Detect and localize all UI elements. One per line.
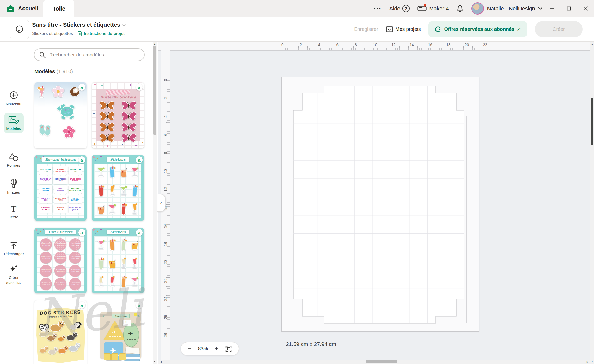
reward-sticker: MADE THE BED xyxy=(39,195,52,203)
template-title: Stickers xyxy=(107,157,129,162)
zoom-out-button[interactable]: − xyxy=(187,346,191,352)
project-instructions-link[interactable]: Instructions du projet xyxy=(77,31,125,36)
v-ruler-label: 10 xyxy=(163,167,168,176)
template-card[interactable]: Stickersa xyxy=(92,155,144,221)
templates-panel: Modèles (1,910) aButterfly StickersaRewa… xyxy=(27,42,158,364)
balloon-icon xyxy=(10,179,18,188)
h-ruler-label: 6 xyxy=(336,42,339,47)
luggage-tag-sticker xyxy=(125,347,140,354)
horizontal-scroll-thumb[interactable] xyxy=(366,360,397,363)
machine-selector[interactable]: Maker 4 xyxy=(417,5,449,12)
scroll-left-arrow[interactable]: ◀ xyxy=(159,361,163,363)
panel-scroll-thumb[interactable] xyxy=(153,46,156,135)
sidebar-item-text[interactable]: T Texte xyxy=(0,205,27,220)
search-input[interactable] xyxy=(49,52,139,58)
offers-label: Offres réservées aux abonnés xyxy=(444,26,514,32)
v-ruler-label: 18 xyxy=(163,240,168,248)
photo-sticker: ✈ xyxy=(122,320,131,326)
help-button[interactable]: Aide ? xyxy=(389,5,410,12)
app-window: { "tabs": {"home": "Accueil", "canvas": … xyxy=(0,0,594,364)
reward-grid: LEFT TO THE GYMBOUGHT GROCERIESWASHED TH… xyxy=(37,164,84,218)
save-button[interactable]: Enregistrer xyxy=(354,26,378,32)
reward-sticker: LEFT TO THE GYM xyxy=(39,166,52,175)
notifications-button[interactable] xyxy=(456,5,464,12)
template-card[interactable]: a xyxy=(34,82,87,148)
dog-sticker xyxy=(49,319,65,332)
reward-sticker: DIDN'T SWEAR (MUCH) xyxy=(69,204,82,213)
scroll-up-arrow[interactable]: ▲ xyxy=(590,43,594,46)
cocktail-sticker xyxy=(108,203,117,216)
gift-sticker: Handmade with love xyxy=(40,265,52,277)
tab-canvas[interactable]: Toile xyxy=(43,0,74,17)
sidebar-item-ai[interactable]: Créer avec l'IA xyxy=(0,264,27,285)
panel-scroll-down[interactable]: ▼ xyxy=(153,360,157,363)
project-title-row[interactable]: Sans titre - Stickers et étiquettes xyxy=(32,21,126,28)
cocktail-sticker xyxy=(130,239,139,251)
sidebar-item-shapes[interactable]: Formes xyxy=(0,153,27,168)
account-menu[interactable]: Natalie - NeliDesign xyxy=(471,2,542,15)
access-badge-icon: a xyxy=(78,156,85,163)
zoom-in-button[interactable]: + xyxy=(215,346,218,352)
fit-to-screen-button[interactable] xyxy=(225,345,232,352)
template-card[interactable]: Reward StickersLEFT TO THE GYMBOUGHT GRO… xyxy=(34,155,87,221)
my-projects-label: Mes projets xyxy=(395,26,421,32)
instructions-label: Instructions du projet xyxy=(84,31,125,36)
minimize-button[interactable] xyxy=(546,3,558,14)
butterfly-sticker xyxy=(120,133,137,143)
turtle-sticker xyxy=(56,104,77,120)
reward-sticker: SAVED SOME MONEY xyxy=(69,176,82,184)
panel-collapse-handle[interactable]: ‹ xyxy=(157,194,165,212)
access-badge-icon: a xyxy=(136,302,143,309)
project-type-button[interactable] xyxy=(10,20,29,39)
sticker-sheet-template[interactable] xyxy=(293,86,472,324)
v-ruler-label: 24 xyxy=(163,294,168,303)
template-card[interactable]: Vacation✈✈✈✈✈✈a xyxy=(92,300,144,364)
gift-sticker: Handmade with love xyxy=(69,278,81,290)
scroll-right-arrow[interactable]: ▶ xyxy=(585,361,589,363)
template-card-art: Butterfly Stickers xyxy=(92,82,144,148)
template-card[interactable]: Gift StickersHandmade with loveHandmade … xyxy=(34,228,87,293)
sidebar-item-upload[interactable]: Télécharger xyxy=(0,241,27,256)
cricut-access-icon xyxy=(435,26,441,33)
dog-sticker xyxy=(57,345,69,354)
cocktail-sticker xyxy=(130,185,139,197)
canvas-area: 0246810121416182022 02468101214161820222… xyxy=(158,42,594,364)
v-ruler-label: 6 xyxy=(163,130,168,139)
sidebar-label: Images xyxy=(7,190,20,195)
scroll-down-arrow[interactable]: ▼ xyxy=(590,360,594,363)
sidebar-item-new[interactable]: Nouveau xyxy=(0,90,27,107)
cocktail-sticker xyxy=(119,257,128,270)
butterfly-sticker xyxy=(120,100,137,111)
dog-sticker xyxy=(47,346,58,355)
template-card[interactable]: Butterfly Stickersa xyxy=(92,82,144,148)
tab-home[interactable]: Accueil xyxy=(7,0,38,17)
text-icon: T xyxy=(11,205,16,213)
v-ruler-label: 26 xyxy=(163,313,168,321)
subscriber-offers-button[interactable]: Offres réservées aux abonnés ↗ xyxy=(428,21,527,37)
sidebar-label: Nouveau xyxy=(6,101,21,107)
close-button[interactable] xyxy=(580,3,592,14)
v-ruler-label: 0 xyxy=(163,76,168,85)
template-card-art: Vacation✈✈✈✈✈✈ xyxy=(92,300,144,364)
access-badge-icon: a xyxy=(78,84,85,91)
confetti-corner xyxy=(92,155,107,163)
active-pill: Modèles xyxy=(4,113,24,133)
sidebar-item-images[interactable]: Images xyxy=(0,179,27,195)
overflow-menu-button[interactable]: ••• xyxy=(374,6,382,11)
plane-icon: ✈ xyxy=(128,330,133,337)
sidebar-label: Télécharger xyxy=(3,251,24,256)
stamp-sticker xyxy=(111,353,118,360)
account-name: Natalie - NeliDesign xyxy=(487,5,535,12)
gift-sticker: Handmade with love xyxy=(40,238,52,251)
sidebar-item-templates[interactable]: Modèles xyxy=(0,113,27,133)
panel-scroll-up[interactable]: ▲ xyxy=(153,43,157,45)
reward-sticker: DIDN'T GOSSIP xyxy=(54,185,67,194)
template-card[interactable]: Stickersa xyxy=(92,228,144,293)
dashed-line xyxy=(109,336,121,337)
template-card[interactable]: DOG STICKERSBreed Collectiona xyxy=(34,300,87,364)
butterfly-sticker xyxy=(99,122,116,132)
make-it-button[interactable]: Créer xyxy=(535,21,583,37)
my-projects-button[interactable]: Mes projets xyxy=(386,26,421,33)
vertical-scroll-thumb[interactable] xyxy=(591,98,593,145)
maximize-button[interactable] xyxy=(563,3,575,14)
